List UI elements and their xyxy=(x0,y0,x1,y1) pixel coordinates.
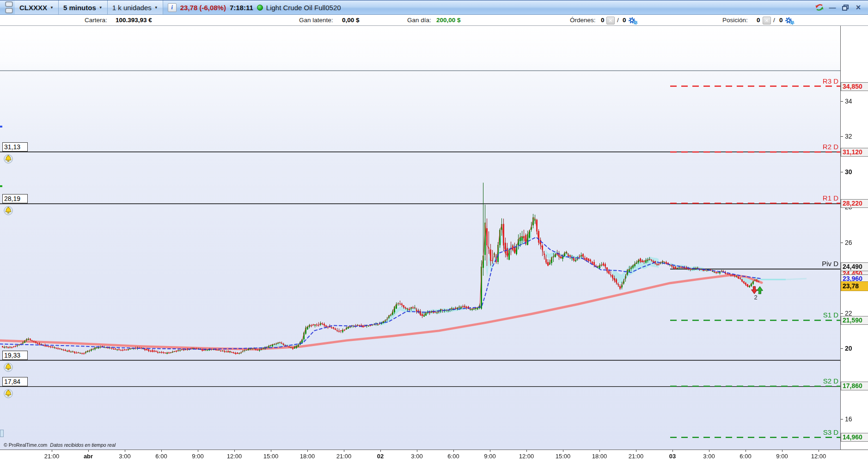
pivot-price-label[interactable]: 14,960 xyxy=(841,433,868,442)
x-tick-mark xyxy=(234,450,235,452)
alert-price-label[interactable]: 28,19 xyxy=(2,194,28,203)
caret-down-icon: ▼ xyxy=(154,6,158,10)
refresh-sync-icon[interactable] xyxy=(814,3,825,12)
pivot-price-label[interactable]: 28,220 xyxy=(841,199,868,208)
x-tick-mark xyxy=(526,450,527,452)
posicion-value2: 0 xyxy=(779,17,783,24)
pivot-price-label[interactable]: 24,490 xyxy=(841,262,868,271)
cancel-orders-icon[interactable]: ✕ xyxy=(606,17,615,24)
x-tick-label: 21:00 xyxy=(629,453,644,460)
x-tick-label: 21:00 xyxy=(44,453,60,460)
x-tick-label: 6:00 xyxy=(740,453,751,460)
panel-splitter-handle[interactable] xyxy=(0,430,4,437)
y-tick-mark xyxy=(841,419,843,419)
alarm-bell-icon[interactable] xyxy=(4,154,13,164)
market-open-status-dot xyxy=(257,5,263,11)
y-tick-mark xyxy=(841,136,843,137)
x-tick-mark xyxy=(563,450,563,452)
x-tick-mark xyxy=(599,450,600,452)
instrument-code: CLXXXX xyxy=(19,4,47,12)
timeframe-dropdown[interactable]: 5 minutos ▼ xyxy=(59,0,108,14)
x-tick-label: 6:00 xyxy=(447,453,459,460)
pivot-price-label[interactable]: 17,860 xyxy=(841,382,868,390)
last-price-change: 23,78 (-6,08%) xyxy=(180,4,226,12)
x-tick-mark xyxy=(782,450,782,452)
window-titlebar[interactable]: CLXXXX ▼ 5 minutos ▼ 1 k unidades ▼ i 23… xyxy=(0,0,868,15)
x-tick-label: 3:00 xyxy=(119,453,130,460)
price-axis[interactable]: 3432302826242220181634,85031,12028,22024… xyxy=(840,26,868,450)
x-tick-label: 03 xyxy=(669,453,676,460)
x-tick-mark xyxy=(344,450,344,452)
alert-price-label[interactable]: 31,13 xyxy=(2,142,28,152)
pivot-line-label: Piv D xyxy=(822,260,838,267)
close-position-icon[interactable]: ✕ xyxy=(763,17,771,24)
x-tick-label: 18:00 xyxy=(300,453,315,460)
alarm-bell-icon[interactable] xyxy=(4,389,13,398)
x-tick-label: 9:00 xyxy=(776,453,788,460)
x-tick-mark xyxy=(125,450,125,452)
y-tick-mark xyxy=(841,348,843,349)
pivot-price-label[interactable]: 31,120 xyxy=(841,148,868,157)
alert-price-label[interactable]: 19,33 xyxy=(2,351,28,360)
x-tick-mark xyxy=(417,450,417,452)
restore-button[interactable] xyxy=(840,3,850,12)
caret-down-icon: ▼ xyxy=(50,6,54,10)
x-tick-label: 9:00 xyxy=(484,453,495,460)
pivot-line-label: S3 D xyxy=(823,428,838,436)
ordenes-separator: / xyxy=(617,17,619,24)
info-icon[interactable]: i xyxy=(168,3,177,12)
y-tick-mark xyxy=(841,101,843,102)
cartera-label: Cartera: xyxy=(85,17,107,24)
x-tick-label: 6:00 xyxy=(155,453,167,460)
alarm-bell-icon[interactable] xyxy=(4,363,13,372)
drag-grip-icon[interactable] xyxy=(3,1,15,13)
orders-settings-gear-icon[interactable] xyxy=(628,17,638,26)
pivot-line-label: R1 D xyxy=(823,194,838,202)
x-tick-mark xyxy=(490,450,490,452)
x-tick-mark xyxy=(307,450,308,452)
pivot-line-label: S1 D xyxy=(823,311,838,319)
x-tick-label: 15:00 xyxy=(556,453,571,460)
y-tick-label: 30 xyxy=(845,168,852,176)
account-bar: Cartera: 100.393,93 € Gan latente: 0,00 … xyxy=(0,15,868,26)
x-tick-label: 21:00 xyxy=(336,453,352,460)
x-tick-mark xyxy=(161,450,162,452)
x-tick-mark xyxy=(271,450,271,452)
pivot-line-label: R2 D xyxy=(823,143,838,151)
alert-price-label[interactable]: 17,84 xyxy=(2,377,28,386)
instrument-fullname: Light Crude Oil Full0520 xyxy=(266,4,341,12)
ordenes-value: 0 xyxy=(601,17,605,24)
x-tick-mark xyxy=(636,450,636,452)
posicion-separator: / xyxy=(773,17,775,24)
current-price-label[interactable]: 23,78 xyxy=(841,281,868,291)
time-axis[interactable]: 21:00abr3:006:009:0012:0015:0018:0021:00… xyxy=(0,450,868,462)
pivot-price-label[interactable]: 34,850 xyxy=(841,82,868,91)
gan-latente-value: 0,00 $ xyxy=(342,17,360,24)
x-tick-mark xyxy=(198,450,198,452)
alarm-bell-icon[interactable] xyxy=(4,206,13,215)
x-tick-mark xyxy=(380,450,381,452)
x-tick-mark xyxy=(453,450,454,452)
price-chart-canvas[interactable] xyxy=(0,26,840,450)
position-settings-gear-icon[interactable] xyxy=(785,17,795,26)
x-tick-mark xyxy=(819,450,819,452)
prorealtime-trading-window: CLXXXX ▼ 5 minutos ▼ 1 k unidades ▼ i 23… xyxy=(0,0,868,462)
cartera-value: 100.393,93 € xyxy=(116,17,152,24)
close-icon[interactable]: × xyxy=(853,3,863,12)
x-tick-mark xyxy=(52,450,52,452)
chart-footer-note: © ProRealTime.comDatos recibidos en tiem… xyxy=(4,442,116,448)
quantity-label: 1 k unidades xyxy=(112,4,152,12)
x-tick-label: 02 xyxy=(377,453,384,460)
posicion-value: 0 xyxy=(757,17,760,24)
x-tick-label: 12:00 xyxy=(811,453,826,460)
pivot-price-label[interactable]: 21,590 xyxy=(841,316,868,325)
x-tick-label: 9:00 xyxy=(192,453,203,460)
y-tick-label: 26 xyxy=(845,239,852,246)
minimize-button[interactable]: — xyxy=(827,3,837,12)
x-tick-mark xyxy=(88,450,89,452)
instrument-dropdown[interactable]: CLXXXX ▼ xyxy=(15,0,59,14)
quantity-dropdown[interactable]: 1 k unidades ▼ xyxy=(108,0,163,14)
timeframe-label: 5 minutos xyxy=(63,4,96,12)
x-tick-label: 3:00 xyxy=(411,453,422,460)
titlebar-controls: CLXXXX ▼ 5 minutos ▼ 1 k unidades ▼ i 23… xyxy=(0,0,341,14)
